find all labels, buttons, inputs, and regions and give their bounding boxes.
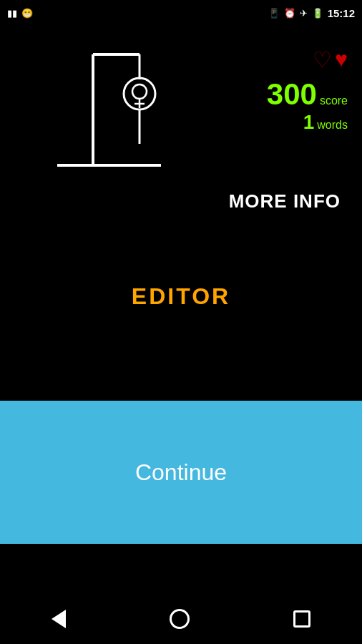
continue-area[interactable]: Continue (0, 401, 362, 544)
words-row: 1 words (303, 112, 348, 132)
status-right-icons: 📱 ⏰ ✈ 🔋 15:12 (268, 7, 355, 19)
score-row: 300 score (267, 79, 348, 109)
back-icon (52, 610, 66, 628)
status-left-icons: ▮▮ 😁 (7, 8, 33, 19)
android-icon: 😁 (21, 8, 33, 19)
home-button[interactable] (170, 609, 190, 629)
status-bar: ▮▮ 😁 📱 ⏰ ✈ 🔋 15:12 (0, 0, 362, 26)
continue-button[interactable]: Continue (135, 459, 227, 486)
hangman-drawing (36, 40, 179, 169)
vibrate-icon: 📱 (268, 8, 280, 19)
hangman-svg (36, 40, 179, 172)
airplane-icon: ✈ (300, 8, 308, 19)
score-section: ♡ ♥ 300 score 1 words (267, 47, 348, 132)
home-icon (170, 609, 190, 629)
heart-empty-icon: ♡ (313, 47, 332, 72)
screenshot-icon: ▮▮ (7, 8, 17, 19)
alarm-icon: ⏰ (284, 8, 295, 19)
back-button[interactable] (52, 610, 66, 628)
more-info-section[interactable]: MORE INFO (229, 190, 341, 213)
editor-button[interactable]: EDITOR (132, 283, 230, 310)
words-label: words (317, 119, 348, 132)
score-number: 300 (267, 79, 317, 109)
main-area: ♡ ♥ 300 score 1 words MORE INFO EDITOR (0, 26, 362, 426)
recents-icon (293, 610, 310, 628)
battery-icon: 🔋 (312, 8, 323, 19)
heart-full-icon: ♥ (335, 47, 348, 72)
more-info-button[interactable]: MORE INFO (229, 190, 341, 213)
score-label: score (320, 94, 348, 107)
recents-button[interactable] (293, 610, 310, 628)
hearts-display: ♡ ♥ (313, 47, 348, 72)
words-number: 1 (303, 112, 315, 132)
editor-section[interactable]: EDITOR (132, 283, 230, 310)
navigation-bar (0, 594, 362, 644)
svg-point-6 (132, 84, 147, 99)
status-time: 15:12 (328, 7, 355, 19)
